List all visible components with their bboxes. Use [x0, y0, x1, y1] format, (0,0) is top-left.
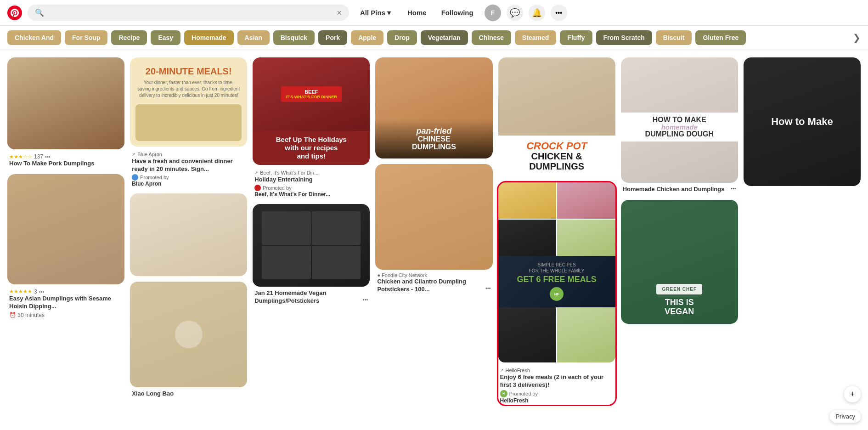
search-icon: 🔍 — [35, 8, 44, 17]
filter-chip-bisquick[interactable]: Bisquick — [273, 30, 315, 45]
filter-chip-chinese[interactable]: Chinese — [472, 30, 511, 45]
user-avatar[interactable]: F — [485, 5, 501, 21]
filter-chip-fluffy[interactable]: Fluffy — [560, 30, 592, 45]
promoted-label: Promoted by — [509, 391, 538, 396]
pin-title: Chicken and Cilantro Dumpling Potsticker… — [377, 278, 490, 294]
pin-stars: ★★★★★ — [9, 289, 32, 294]
pin-info: ↗HelloFresh Enjoy 6 free meals (2 in eac… — [498, 362, 615, 405]
pin-title: Have a fresh and convenient dinner ready… — [132, 158, 245, 173]
filter-chip-gluten-free[interactable]: Gluten Free — [695, 30, 746, 45]
pin-card[interactable]: ••• Xiao Long Bao — [130, 282, 247, 399]
pin-more-button[interactable]: ••• — [731, 186, 736, 191]
pin-card[interactable]: ••• ★★★★★ 3 ••• Easy Asian Dumplings wit… — [7, 174, 124, 319]
filter-chip-for-soup[interactable]: For Soup — [65, 30, 107, 45]
all-pins-dropdown[interactable]: All Pins ▾ — [355, 5, 396, 21]
pin-card[interactable]: HOW TO MAKE homemade DUMPLING DOUGH ••• … — [621, 57, 738, 194]
pin-info: ••• Homemade Chicken and Dumplings — [621, 183, 738, 194]
pin-meta-more[interactable]: ••• — [39, 289, 45, 294]
pin-more-button[interactable]: ••• — [363, 297, 368, 302]
pin-stars: ★★★☆☆ — [9, 154, 32, 160]
filter-scroll-right[interactable]: ❯ — [853, 32, 861, 43]
pin-time: ⏰ 30 minutes — [9, 312, 45, 318]
pin-info: ● Foodie City Network Chicken and Cilant… — [375, 270, 492, 294]
pin-title: Xiao Long Bao — [132, 390, 245, 398]
more-options-button[interactable]: ••• — [551, 5, 567, 21]
messages-button[interactable]: 💬 — [507, 5, 523, 21]
pin-title: Holiday Entertaining — [254, 176, 368, 184]
home-nav-button[interactable]: Home — [402, 5, 432, 20]
filter-chip-asian[interactable]: Asian — [237, 30, 270, 45]
all-pins-label: All Pins — [360, 9, 385, 17]
pin-card[interactable]: ••• — [130, 193, 247, 276]
pin-card[interactable]: ••• ● Foodie City Network Chicken and Ci… — [375, 164, 492, 294]
pin-title: How To Make Pork Dumplings — [9, 160, 123, 168]
pin-title: Enjoy 6 free meals (2 in each of your fi… — [500, 373, 614, 389]
pin-card[interactable]: CROCK POT CHICKEN &DUMPLINGS ••• — [498, 57, 615, 177]
hf-banner-sub2: FOR THE WHOLE FAMILY — [505, 268, 609, 273]
search-bar: 🔍 dumpling × — [28, 5, 349, 21]
hf-cta-main: GET 6 FREE MEALS — [505, 275, 609, 283]
filter-chip-homemade[interactable]: Homemade — [184, 30, 233, 45]
filter-chip-easy[interactable]: Easy — [151, 30, 180, 45]
filter-chip-biscuit[interactable]: Biscuit — [656, 30, 692, 45]
privacy-button[interactable]: Privacy — [830, 410, 861, 412]
promoted-by-name: HelloFresh — [500, 397, 614, 404]
pin-info: ↗Blue Apron Have a fresh and convenient … — [130, 147, 247, 188]
pin-info: ↗Beef, It's What's For Din... Holiday En… — [253, 165, 370, 198]
promoted-source: HelloFresh — [506, 368, 530, 373]
filter-chip-pork[interactable]: Pork — [318, 30, 347, 45]
filter-bar: Chicken AndFor SoupRecipeEasyHomemadeAsi… — [0, 26, 868, 50]
pin-title: Jan 21 Homemade Vegan Dumplings/Potstick… — [254, 289, 368, 305]
pin-title: Homemade Chicken and Dumplings — [623, 186, 736, 193]
pin-card[interactable]: How to Make ••• — [744, 57, 861, 186]
scroll-to-top-button[interactable]: + — [844, 386, 861, 402]
clear-search-button[interactable]: × — [337, 9, 342, 17]
pin-card-promoted[interactable]: BEEF IT'S WHAT'S FOR DINNER Beef Up The … — [253, 57, 370, 198]
filter-chip-apple[interactable]: Apple — [351, 30, 383, 45]
promoted-arrow-icon: ↗ — [254, 170, 258, 175]
promoted-label: Promoted by — [263, 185, 291, 191]
promoted-source: Beef, It's What's For Din... — [260, 170, 318, 175]
filter-chip-chicken-and[interactable]: Chicken And — [7, 30, 61, 45]
pin-card[interactable]: img ••• ★★★☆☆ 137 ••• How To Make Pork D… — [7, 57, 124, 169]
pin-source: ● Foodie City Network — [377, 272, 490, 278]
promoted-arrow-icon: ↗ — [132, 152, 135, 157]
pin-title: Easy Asian Dumplings with Sesame Hoisin … — [9, 295, 123, 311]
pin-card[interactable]: pan-fried CHINESEDUMPLINGS ••• — [375, 57, 492, 158]
pin-card-promoted[interactable]: 20-MINUTE MEALS! Your dinner, faster tha… — [130, 57, 247, 188]
promoted-source: Blue Apron — [137, 152, 162, 157]
pin-meta-more[interactable]: ••• — [45, 154, 51, 159]
header: 🔍 dumpling × All Pins ▾ Home Following F… — [0, 0, 868, 26]
promoted-by-name: Beef, It's What's For Dinner... — [254, 191, 368, 198]
filter-chip-steamed[interactable]: Steamed — [515, 30, 556, 45]
main-grid: img ••• ★★★☆☆ 137 ••• How To Make Pork D… — [0, 50, 868, 412]
hf-banner-sub: SIMPLE RECIPES — [505, 262, 609, 267]
promoted-dot-icon — [132, 174, 138, 181]
pin-info: Jan 21 Homemade Vegan Dumplings/Potstick… — [253, 287, 370, 306]
pinterest-logo[interactable] — [7, 6, 22, 20]
pin-info: Xiao Long Bao — [130, 387, 247, 399]
pin-rating-count: 3 — [34, 289, 37, 295]
promoted-by-name: Blue Apron — [132, 181, 245, 187]
filter-chip-vegetarian[interactable]: Vegetarian — [421, 30, 468, 45]
nav-links: Home Following — [402, 5, 479, 20]
pin-card-highlighted-ad[interactable]: SIMPLE RECIPES FOR THE WHOLE FAMILY GET … — [498, 182, 615, 405]
filter-chip-from-scratch[interactable]: From Scratch — [596, 30, 652, 45]
pin-card[interactable]: GREEN CHEF THIS ISVEGAN ••• — [621, 200, 738, 324]
pin-info: ★★★★★ 3 ••• Easy Asian Dumplings with Se… — [7, 284, 124, 319]
filter-chip-recipe[interactable]: Recipe — [111, 30, 147, 45]
promoted-arrow-icon: ↗ — [500, 368, 504, 373]
pin-rating-count: 137 — [34, 153, 43, 160]
promoted-dot-icon — [254, 185, 261, 191]
pin-info: ★★★☆☆ 137 ••• How To Make Pork Dumplings — [7, 149, 124, 169]
pin-card[interactable]: ••• Jan 21 Homemade Vegan Dumplings/Pots… — [253, 204, 370, 306]
pin-more-button[interactable]: ••• — [485, 285, 491, 291]
search-input[interactable]: dumpling — [48, 9, 333, 17]
filter-chip-drop[interactable]: Drop — [387, 30, 417, 45]
notifications-button[interactable]: 🔔 — [529, 5, 545, 21]
chevron-down-icon: ▾ — [387, 9, 391, 17]
following-nav-button[interactable]: Following — [436, 5, 479, 20]
promoted-label: Promoted by — [140, 175, 169, 180]
promoted-logo-icon: H — [500, 390, 507, 397]
